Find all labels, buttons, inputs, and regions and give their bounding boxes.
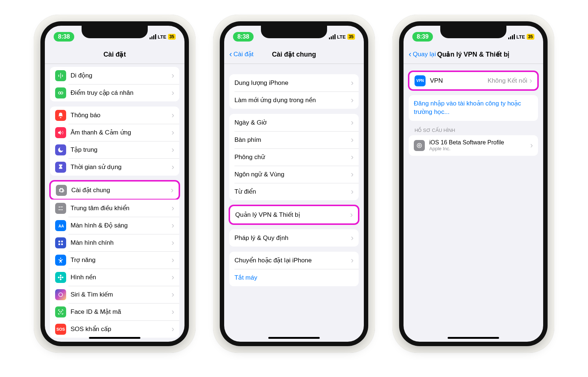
notch — [440, 26, 506, 38]
row-transfer-reset[interactable]: Chuyển hoặc đặt lại iPhone› — [229, 252, 359, 269]
row-faceid[interactable]: Face ID & Mật mã › — [50, 303, 179, 320]
chevron-right-icon: › — [172, 256, 174, 264]
svg-point-14 — [60, 279, 62, 280]
row-label: Trợ năng — [71, 256, 172, 264]
home-indicator[interactable] — [268, 337, 320, 339]
lte-label: LTE — [158, 34, 166, 40]
row-label: Cài đặt chung — [71, 186, 171, 194]
notch — [82, 26, 148, 38]
row-homescreen[interactable]: Màn hình chính › — [50, 234, 179, 251]
chevron-right-icon: › — [172, 129, 174, 137]
row-label: Màn hình & Độ sáng — [71, 222, 172, 229]
svg-point-13 — [60, 274, 62, 276]
row-date-time[interactable]: Ngày & Giờ› — [229, 114, 359, 131]
chevron-right-icon: › — [351, 96, 354, 104]
row-label: Quản lý VPN & Thiết bị — [235, 211, 350, 219]
chevron-left-icon: ‹ — [229, 50, 232, 58]
row-label: Phông chữ — [234, 153, 351, 161]
row-siri[interactable]: Siri & Tìm kiếm › — [50, 286, 179, 303]
row-control-center[interactable]: Trung tâm điều khiển › — [50, 200, 179, 217]
row-accessibility[interactable]: Trợ năng › — [50, 251, 179, 269]
back-label: Cài đặt — [233, 50, 253, 58]
row-fonts[interactable]: Phông chữ› — [229, 148, 359, 166]
chevron-right-icon: › — [351, 234, 354, 242]
sliders-icon — [55, 203, 66, 214]
row-vpn[interactable]: VPN VPN Không Kết nối › — [409, 72, 537, 89]
row-label: Tắt máy — [234, 274, 354, 281]
chevron-right-icon: › — [172, 146, 174, 154]
page-title: Cài đặt chung — [272, 50, 316, 58]
row-dictionary[interactable]: Từ điển› — [229, 183, 359, 200]
signal-icon — [508, 34, 515, 39]
antenna-icon — [55, 70, 66, 81]
row-background-refresh[interactable]: Làm mới ứng dụng trong nền › — [229, 91, 359, 109]
row-hotspot[interactable]: Điểm truy cập cá nhân › — [50, 84, 179, 101]
row-shutdown[interactable]: Tắt máy — [229, 269, 359, 286]
svg-rect-8 — [61, 241, 63, 243]
row-sounds[interactable]: Âm thanh & Cảm ứng › — [50, 124, 179, 141]
svg-point-21 — [419, 145, 420, 147]
row-vpn-device[interactable]: Quản lý VPN & Thiết bị › — [230, 206, 358, 223]
svg-point-2 — [59, 206, 60, 207]
row-language[interactable]: Ngôn ngữ & Vùng› — [229, 166, 359, 183]
svg-point-0 — [58, 92, 61, 94]
svg-point-18 — [60, 311, 60, 312]
status-right: LTE 35 — [329, 34, 355, 40]
row-label: Di động — [71, 72, 172, 79]
row-notifications[interactable]: Thông báo › — [50, 107, 179, 124]
svg-point-11 — [60, 258, 61, 259]
row-label: Pháp lý & Quy định — [234, 234, 351, 242]
group-notifications: Thông báo › Âm thanh & Cảm ứng › Tập tru… — [50, 107, 179, 176]
home-indicator[interactable] — [89, 337, 140, 339]
row-label: Hình nền — [71, 273, 172, 281]
row-sos[interactable]: SOS SOS khẩn cấp › — [50, 320, 179, 338]
link-icon — [55, 87, 66, 98]
lte-label: LTE — [516, 34, 525, 40]
row-display[interactable]: AA Màn hình & Độ sáng › — [50, 217, 179, 234]
row-value: Không Kết nối — [488, 77, 527, 85]
svg-point-12 — [60, 276, 62, 278]
group-profiles: iOS 16 Beta Software Profile Apple Inc. … — [409, 135, 538, 156]
row-keyboard[interactable]: Bàn phím› — [229, 131, 359, 148]
text-size-icon: AA — [55, 220, 66, 231]
back-button[interactable]: ‹ Cài đặt — [229, 50, 254, 58]
row-screentime[interactable]: Thời gian sử dụng › — [50, 158, 179, 176]
svg-rect-7 — [58, 241, 60, 243]
row-storage[interactable]: Dung lượng iPhone › — [229, 74, 359, 91]
row-wallpaper[interactable]: Hình nền › — [50, 269, 179, 286]
row-cellular[interactable]: Di động › — [50, 67, 179, 84]
signal-icon — [329, 34, 336, 39]
svg-point-15 — [58, 276, 60, 278]
row-label: Ngôn ngữ & Vùng — [234, 170, 351, 178]
home-indicator[interactable] — [448, 337, 499, 339]
chevron-right-icon: › — [530, 141, 533, 150]
chevron-right-icon: › — [350, 211, 353, 219]
row-label: Màn hình chính — [71, 239, 172, 247]
row-signin[interactable]: Đăng nhập vào tài khoản công ty hoặc trư… — [409, 95, 538, 121]
chevron-right-icon: › — [351, 188, 354, 196]
signal-icon — [150, 34, 156, 39]
status-right: LTE 35 — [508, 34, 534, 40]
svg-point-4 — [61, 209, 62, 210]
flower-icon — [55, 272, 66, 283]
navbar: Cài đặt — [45, 45, 184, 64]
gear-icon — [56, 185, 67, 196]
row-profile[interactable]: iOS 16 Beta Software Profile Apple Inc. … — [409, 135, 538, 156]
chevron-right-icon: › — [351, 153, 354, 161]
page-title: Cài đặt — [103, 50, 126, 58]
moon-icon — [55, 144, 66, 155]
row-legal[interactable]: Pháp lý & Quy định› — [229, 229, 359, 247]
lte-label: LTE — [337, 34, 346, 40]
chevron-right-icon: › — [172, 72, 174, 80]
status-right: LTE 35 — [150, 34, 176, 40]
chevron-right-icon: › — [172, 291, 174, 299]
row-label: Face ID & Mật mã — [71, 308, 172, 316]
row-focus[interactable]: Tập trung › — [50, 141, 179, 158]
group-reset: Chuyển hoặc đặt lại iPhone› Tắt máy — [229, 252, 359, 286]
highlight-vpn-device: Quản lý VPN & Thiết bị › — [229, 205, 359, 225]
svg-point-16 — [62, 276, 64, 278]
group-legal: Pháp lý & Quy định› — [229, 229, 359, 247]
svg-rect-10 — [61, 243, 63, 245]
row-general[interactable]: Cài đặt chung › — [51, 182, 179, 199]
back-button[interactable]: ‹ Quay lại — [409, 50, 436, 58]
